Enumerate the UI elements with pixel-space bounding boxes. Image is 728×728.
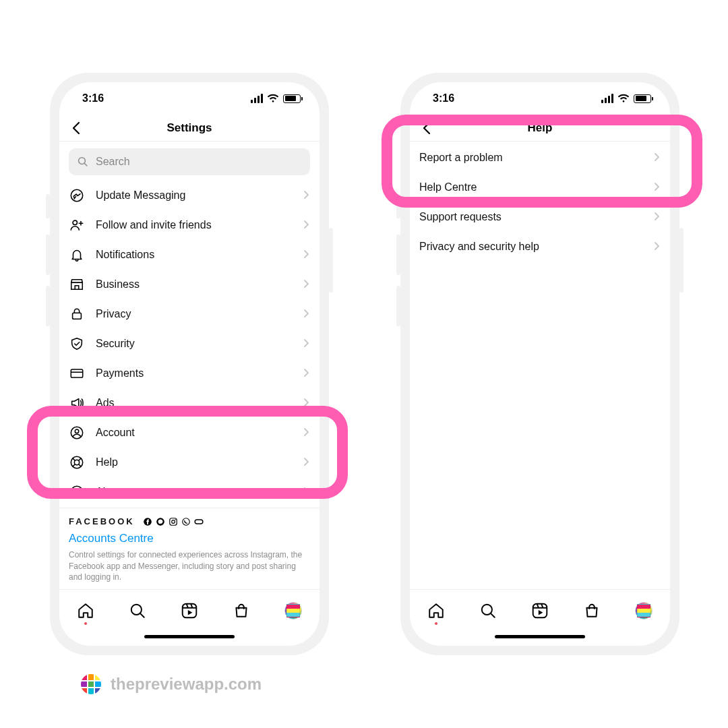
settings-row-help[interactable]: Help	[59, 448, 320, 477]
nav-header-settings: Settings	[59, 115, 320, 142]
chevron-right-icon	[302, 278, 310, 291]
chevron-right-icon	[302, 486, 310, 498]
phone-mock-right: 3:16 Help Report a problemHelp CentreSup…	[400, 73, 679, 655]
watermark-text: thepreviewapp.com	[111, 675, 262, 694]
chevron-right-icon	[302, 308, 310, 320]
tab-home[interactable]	[426, 601, 446, 621]
help-row-0[interactable]: Report a problem	[410, 143, 670, 173]
row-label: Notifications	[96, 249, 291, 261]
row-label: Business	[96, 278, 291, 291]
settings-row-account[interactable]: Account	[59, 418, 320, 448]
settings-row-security[interactable]: Security	[59, 329, 320, 359]
svg-line-16	[79, 464, 82, 467]
settings-row-payments[interactable]: Payments	[59, 359, 320, 388]
tab-profile[interactable]	[634, 601, 654, 621]
bottom-tab-bar	[410, 589, 670, 631]
status-time: 3:16	[82, 92, 104, 104]
svg-point-18	[76, 489, 78, 490]
svg-point-24	[175, 519, 175, 520]
tab-home[interactable]	[75, 601, 96, 621]
chevron-right-icon	[653, 241, 661, 253]
row-label: Support requests	[419, 211, 653, 223]
status-bar: 3:16	[59, 82, 320, 115]
chevron-right-icon	[302, 189, 310, 202]
svg-line-34	[491, 613, 494, 617]
tab-reels[interactable]	[179, 601, 200, 621]
cellular-signal-icon	[251, 94, 263, 103]
follow-icon	[69, 217, 85, 233]
back-button[interactable]	[69, 120, 85, 136]
page-title: Settings	[166, 121, 212, 135]
help-row-1[interactable]: Help Centre	[410, 173, 670, 202]
chevron-right-icon	[653, 181, 661, 193]
battery-icon	[634, 94, 651, 103]
row-label: Account	[96, 427, 291, 439]
tab-profile[interactable]	[283, 601, 303, 621]
tab-reels[interactable]	[530, 601, 550, 621]
row-label: Update Messaging	[96, 189, 291, 202]
oculus-icon	[194, 517, 204, 526]
screen-left: 3:16 Settings Search Update MessagingFol…	[59, 82, 320, 646]
messaging-icon	[69, 187, 85, 204]
tab-search[interactable]	[478, 601, 498, 621]
wifi-icon	[267, 94, 279, 103]
tab-shop[interactable]	[582, 601, 602, 621]
help-icon	[69, 454, 85, 471]
back-button[interactable]	[419, 120, 435, 136]
svg-rect-35	[533, 603, 547, 617]
settings-row-follow[interactable]: Follow and invite friends	[59, 210, 320, 240]
row-label: Help Centre	[419, 181, 653, 193]
chevron-right-icon	[302, 456, 310, 468]
svg-rect-26	[195, 520, 203, 524]
svg-line-14	[79, 458, 82, 461]
chevron-right-icon	[302, 219, 310, 231]
svg-rect-6	[73, 313, 82, 319]
account-icon	[69, 425, 85, 441]
svg-line-15	[73, 464, 75, 467]
business-icon	[69, 276, 85, 293]
svg-point-12	[74, 460, 79, 464]
accounts-centre-link[interactable]: Accounts Centre	[69, 526, 310, 545]
home-indicator	[410, 631, 670, 646]
settings-row-notif[interactable]: Notifications	[59, 240, 320, 270]
phone-mock-left: 3:16 Settings Search Update MessagingFol…	[50, 73, 329, 655]
chevron-right-icon	[302, 397, 310, 409]
status-time: 3:16	[433, 92, 454, 104]
bottom-tab-bar	[59, 589, 320, 631]
facebook-info-block: FACEBOOK Accounts Centre Control setting…	[59, 508, 320, 589]
svg-rect-29	[183, 603, 197, 617]
accounts-centre-description: Control settings for connected experienc…	[69, 545, 310, 582]
svg-point-23	[171, 520, 175, 524]
security-icon	[69, 336, 85, 352]
messenger-icon	[156, 517, 165, 526]
nav-header-help: Help	[410, 115, 670, 142]
chevron-right-icon	[302, 427, 310, 439]
help-list: Report a problemHelp CentreSupport reque…	[410, 142, 670, 589]
settings-row-business[interactable]: Business	[59, 270, 320, 299]
settings-row-about[interactable]: About	[59, 477, 320, 507]
settings-row-messaging[interactable]: Update Messaging	[59, 181, 320, 210]
row-label: Privacy and security help	[419, 241, 653, 253]
help-row-2[interactable]: Support requests	[410, 202, 670, 232]
chevron-right-icon	[302, 367, 310, 380]
settings-row-privacy[interactable]: Privacy	[59, 299, 320, 329]
whatsapp-icon	[181, 517, 191, 526]
watermark: thepreviewapp.com	[81, 674, 262, 694]
tab-shop[interactable]	[231, 601, 251, 621]
search-placeholder: Search	[96, 156, 130, 168]
watermark-logo-icon	[81, 674, 101, 694]
help-row-3[interactable]: Privacy and security help	[410, 232, 670, 262]
row-label: Privacy	[96, 308, 291, 320]
tab-search[interactable]	[127, 601, 148, 621]
svg-rect-7	[71, 369, 82, 377]
chevron-right-icon	[302, 249, 310, 261]
profile-avatar-icon	[635, 602, 653, 619]
settings-row-ads[interactable]: Ads	[59, 388, 320, 418]
privacy-icon	[69, 306, 85, 322]
profile-avatar-icon	[284, 602, 302, 619]
row-label: Payments	[96, 367, 291, 380]
chevron-right-icon	[302, 338, 310, 350]
ads-icon	[69, 395, 85, 411]
row-label: Security	[96, 338, 291, 350]
search-input[interactable]: Search	[69, 148, 310, 175]
